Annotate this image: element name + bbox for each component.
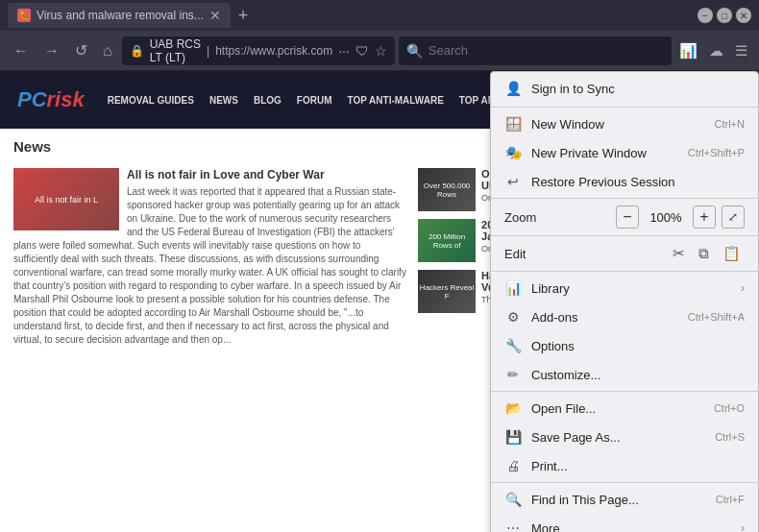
search-input[interactable] xyxy=(428,43,664,58)
sync-label: Sign in to Sync xyxy=(531,82,745,96)
nav-blog[interactable]: BLOG xyxy=(246,91,289,109)
zoom-expand-button[interactable]: ⤢ xyxy=(722,206,745,229)
back-button[interactable]: ← xyxy=(8,38,35,63)
menu-item-customize[interactable]: ✏ Customize... xyxy=(491,360,758,389)
new-private-label: New Private Window xyxy=(531,146,678,160)
bookmark-icon[interactable]: ☆ xyxy=(375,43,387,59)
main-article: All is not fair in L All is not fair in … xyxy=(13,168,406,347)
print-icon: 🖨 xyxy=(504,458,522,473)
nav-right-icons: 📊 ☁ ☰ xyxy=(675,38,751,63)
menu-item-print[interactable]: 🖨 Print... xyxy=(491,451,758,480)
maximize-button[interactable]: □ xyxy=(717,8,732,23)
paste-button[interactable]: 📋 xyxy=(719,243,745,264)
restore-icon: ↩ xyxy=(504,174,522,189)
new-window-label: New Window xyxy=(531,117,705,132)
tab-close-button[interactable]: ✕ xyxy=(209,8,221,23)
page-content: PC risk REMOVAL GUIDES NEWS BLOG FORUM T… xyxy=(0,71,759,532)
customize-label: Customize... xyxy=(531,368,745,382)
edit-row: Edit ✂ ⧉ 📋 xyxy=(491,238,758,269)
url-domain: UAB RCS LT (LT) xyxy=(150,37,201,64)
zoom-label: Zoom xyxy=(504,210,610,225)
logo-risk: risk xyxy=(47,87,85,112)
save-page-icon: 💾 xyxy=(504,429,522,445)
side-article-3-image: Hackers Reveal F xyxy=(418,270,476,313)
menu-item-library[interactable]: 📊 Library › xyxy=(491,274,758,302)
side-article-2-image: 200 Million Rows of xyxy=(418,219,476,262)
more-icon: ⋯ xyxy=(504,520,522,532)
open-file-icon: 📂 xyxy=(504,400,522,416)
private-window-icon: 🎭 xyxy=(504,145,522,160)
save-page-label: Save Page As... xyxy=(531,430,705,445)
restore-label: Restore Previous Session xyxy=(531,175,745,189)
menu-item-options[interactable]: 🔧 Options xyxy=(491,331,758,360)
addons-label: Add-ons xyxy=(531,310,678,325)
divider-4 xyxy=(491,271,758,272)
print-label: Print... xyxy=(531,459,745,473)
divider-2 xyxy=(491,198,758,199)
search-icon: 🔍 xyxy=(406,43,423,59)
close-button[interactable]: ✕ xyxy=(736,8,751,23)
url-dots: ··· xyxy=(338,43,350,59)
divider-1 xyxy=(491,107,758,108)
divider-3 xyxy=(491,235,758,236)
menu-item-sync[interactable]: 👤 Sign in to Sync xyxy=(491,72,758,105)
logo-pc: PC xyxy=(17,87,47,112)
addons-shortcut: Ctrl+Shift+A xyxy=(688,311,745,323)
find-shortcut: Ctrl+F xyxy=(716,494,745,505)
search-bar[interactable]: 🔍 xyxy=(399,36,672,65)
url-path: https://www.pcrisk.com xyxy=(215,44,332,58)
find-label: Find in This Page... xyxy=(531,493,706,507)
library-label: Library xyxy=(531,281,731,296)
menu-item-restore[interactable]: ↩ Restore Previous Session xyxy=(491,167,758,196)
customize-icon: ✏ xyxy=(504,367,522,382)
edit-label: Edit xyxy=(504,247,663,261)
library-arrow: › xyxy=(741,281,745,295)
url-separator: | xyxy=(207,44,209,58)
zoom-row: Zoom − 100% + ⤢ xyxy=(491,201,758,233)
menu-item-find[interactable]: 🔍 Find in This Page... Ctrl+F xyxy=(491,485,758,514)
tab-title: Virus and malware removal ins... xyxy=(37,9,204,22)
copy-button[interactable]: ⧉ xyxy=(695,243,713,264)
reader-view-button[interactable]: 📊 xyxy=(675,38,701,63)
menu-button[interactable]: ☰ xyxy=(731,38,751,63)
menu-item-new-private[interactable]: 🎭 New Private Window Ctrl+Shift+P xyxy=(491,138,758,167)
reload-button[interactable]: ↺ xyxy=(69,37,93,63)
save-page-shortcut: Ctrl+S xyxy=(715,431,745,443)
side-article-1-image: Over 500,000 Rows xyxy=(418,168,476,211)
options-label: Options xyxy=(531,339,745,353)
menu-item-save-page[interactable]: 💾 Save Page As... Ctrl+S xyxy=(491,423,758,451)
library-icon: 📊 xyxy=(504,280,522,296)
home-button[interactable]: ⌂ xyxy=(97,38,118,63)
addons-icon: ⚙ xyxy=(504,309,522,325)
url-bar[interactable]: 🔒 UAB RCS LT (LT) | https://www.pcrisk.c… xyxy=(122,36,395,65)
cut-button[interactable]: ✂ xyxy=(669,243,689,264)
nav-forum[interactable]: FORUM xyxy=(289,91,340,109)
new-private-shortcut: Ctrl+Shift+P xyxy=(688,147,745,158)
zoom-minus-button[interactable]: − xyxy=(616,206,639,229)
nav-removal-guides[interactable]: REMOVAL GUIDES xyxy=(100,91,202,109)
menu-item-more[interactable]: ⋯ More › xyxy=(491,514,758,532)
active-tab[interactable]: 🐛 Virus and malware removal ins... ✕ xyxy=(8,3,231,28)
dropdown-menu: 👤 Sign in to Sync 🪟 New Window Ctrl+N 🎭 … xyxy=(490,71,759,532)
more-label: More xyxy=(531,521,731,533)
sync-button[interactable]: ☁ xyxy=(705,38,727,63)
sync-icon: 👤 xyxy=(504,81,522,96)
nav-news[interactable]: NEWS xyxy=(202,91,246,109)
nav-anti-malware[interactable]: TOP ANTI-MALWARE xyxy=(339,91,451,109)
divider-5 xyxy=(491,391,758,392)
new-window-shortcut: Ctrl+N xyxy=(715,118,745,130)
menu-item-addons[interactable]: ⚙ Add-ons Ctrl+Shift+A xyxy=(491,302,758,331)
menu-item-new-window[interactable]: 🪟 New Window Ctrl+N xyxy=(491,109,758,138)
new-window-icon: 🪟 xyxy=(504,116,522,132)
minimize-button[interactable]: − xyxy=(698,8,713,23)
menu-item-open-file[interactable]: 📂 Open File... Ctrl+O xyxy=(491,394,758,423)
zoom-plus-button[interactable]: + xyxy=(693,206,716,229)
forward-button[interactable]: → xyxy=(38,38,65,63)
lock-icon: 🔒 xyxy=(130,44,144,58)
open-file-shortcut: Ctrl+O xyxy=(714,402,745,414)
window-controls: − □ ✕ xyxy=(698,8,751,23)
new-tab-button[interactable]: + xyxy=(238,6,249,26)
main-article-image: All is not fair in L xyxy=(13,168,119,230)
divider-6 xyxy=(491,482,758,483)
logo-area: PC risk xyxy=(10,84,92,116)
